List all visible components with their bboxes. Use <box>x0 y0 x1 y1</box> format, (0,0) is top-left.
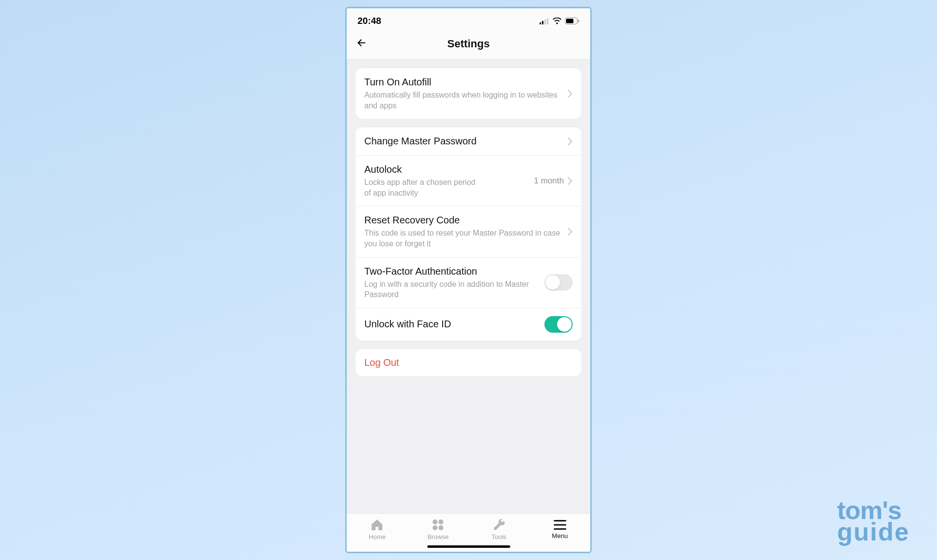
wifi-icon <box>552 18 562 24</box>
row-subtitle: Automatically fill passwords when loggin… <box>365 90 568 111</box>
row-two-factor: Two-Factor Authentication Log in with a … <box>356 257 582 308</box>
phone-frame: 20:48 Settings <box>346 7 592 553</box>
svg-rect-1 <box>542 21 544 24</box>
tab-label: Home <box>369 533 386 540</box>
svg-rect-5 <box>566 19 573 23</box>
row-title: Turn On Autofill <box>365 76 568 88</box>
back-button[interactable] <box>356 37 367 51</box>
home-icon <box>370 519 384 531</box>
row-title: Unlock with Face ID <box>365 318 545 330</box>
toggle-knob <box>546 275 560 290</box>
tab-browse[interactable]: Browse <box>407 519 468 540</box>
status-time: 20:48 <box>358 16 382 26</box>
svg-rect-12 <box>553 524 566 526</box>
cellular-icon <box>540 18 550 24</box>
menu-icon <box>553 520 566 530</box>
autolock-value: 1 month <box>534 176 564 186</box>
svg-rect-3 <box>547 18 549 24</box>
settings-content: Turn On Autofill Automatically fill pass… <box>347 60 591 513</box>
svg-rect-2 <box>545 20 546 24</box>
tab-label: Browse <box>428 533 448 540</box>
svg-point-7 <box>433 520 438 524</box>
svg-point-9 <box>433 525 438 530</box>
chevron-right-icon <box>568 177 573 185</box>
faceid-toggle[interactable] <box>545 316 573 333</box>
chevron-right-icon <box>568 90 573 98</box>
toggle-knob <box>557 317 572 332</box>
page-title: Settings <box>448 38 490 50</box>
row-subtitle: Log in with a security code in addition … <box>365 279 545 300</box>
battery-icon <box>565 18 580 24</box>
svg-point-10 <box>439 525 444 530</box>
status-bar: 20:48 <box>347 8 591 31</box>
row-recovery-code[interactable]: Reset Recovery Code This code is used to… <box>356 206 582 257</box>
nav-header: Settings <box>347 31 591 60</box>
watermark-line2: guide <box>837 521 910 542</box>
tab-menu[interactable]: Menu <box>530 520 591 540</box>
row-autofill[interactable]: Turn On Autofill Automatically fill pass… <box>356 68 582 119</box>
row-subtitle: Locks app after a chosen period of app i… <box>365 177 487 198</box>
watermark: tom's guide <box>837 500 910 542</box>
section-autofill: Turn On Autofill Automatically fill pass… <box>356 68 582 119</box>
svg-rect-11 <box>553 520 566 521</box>
row-faceid: Unlock with Face ID <box>356 308 582 340</box>
row-title: Autolock <box>365 163 534 176</box>
row-logout[interactable]: Log Out <box>356 349 582 376</box>
wrench-icon <box>492 519 505 531</box>
home-indicator-area <box>347 543 591 552</box>
svg-rect-13 <box>553 528 566 530</box>
tab-home[interactable]: Home <box>347 519 408 540</box>
tab-bar: Home Browse Tools Menu <box>347 513 591 543</box>
home-indicator[interactable] <box>427 545 510 548</box>
row-change-password[interactable]: Change Master Password <box>356 127 582 155</box>
svg-point-8 <box>439 520 444 524</box>
status-icons <box>540 18 580 24</box>
tab-label: Tools <box>491 533 506 540</box>
row-title: Two-Factor Authentication <box>365 265 545 278</box>
section-security: Change Master Password Autolock Locks ap… <box>356 127 582 340</box>
grid-icon <box>432 519 445 531</box>
arrow-left-icon <box>356 37 367 49</box>
logout-label: Log Out <box>365 357 399 368</box>
svg-rect-0 <box>540 22 541 24</box>
tab-tools[interactable]: Tools <box>468 519 530 540</box>
tab-label: Menu <box>552 532 568 540</box>
row-subtitle: This code is used to reset your Master P… <box>365 228 568 249</box>
chevron-right-icon <box>568 138 573 145</box>
section-logout: Log Out <box>356 349 582 376</box>
chevron-right-icon <box>568 228 573 236</box>
svg-rect-6 <box>578 20 579 22</box>
two-factor-toggle[interactable] <box>545 274 573 291</box>
row-title: Reset Recovery Code <box>365 214 568 226</box>
row-autolock[interactable]: Autolock Locks app after a chosen period… <box>356 155 582 206</box>
row-title: Change Master Password <box>365 135 568 147</box>
